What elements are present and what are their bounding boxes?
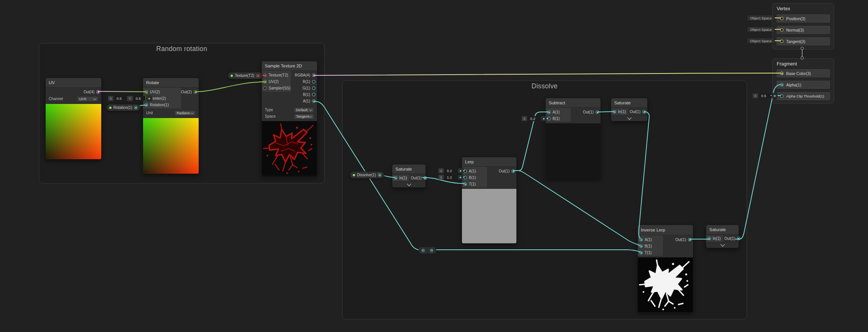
port-g[interactable] bbox=[312, 86, 315, 90]
port-b[interactable] bbox=[312, 93, 315, 96]
port-label: Base Color(3) bbox=[786, 71, 811, 76]
fragment-context[interactable]: Fragment Base Color(3) Alpha(1) Alpha Cl… bbox=[772, 58, 834, 104]
node-sample-texture-2d[interactable]: Sample Texture 2D Texture(T2) RGBA(4) UV… bbox=[261, 61, 317, 176]
subtract-b-connector[interactable] bbox=[541, 116, 546, 121]
x-label: X bbox=[438, 168, 444, 173]
port-rotation1[interactable] bbox=[145, 103, 148, 107]
port-b[interactable] bbox=[463, 176, 467, 179]
objectspace-chip-position[interactable]: Object Space bbox=[747, 15, 775, 21]
port-uv2[interactable] bbox=[145, 90, 148, 94]
port-out[interactable] bbox=[737, 237, 741, 240]
red-splat-image bbox=[262, 121, 317, 176]
node-saturate-dissolve[interactable]: Saturate In(1) Out(1) bbox=[392, 164, 426, 188]
node-subtract[interactable]: Subtract A(1) Out(1) B(1) bbox=[545, 98, 601, 179]
group-title: Dissolve bbox=[342, 82, 747, 90]
port-label: Out(4) bbox=[84, 90, 94, 94]
property-port[interactable] bbox=[134, 106, 137, 109]
port-base-color[interactable] bbox=[780, 72, 784, 75]
fragment-row-alphaclip: Alpha Clip Threshold(1) bbox=[777, 92, 830, 100]
lerp-b-connector[interactable] bbox=[457, 174, 463, 180]
channel-value: UV0 bbox=[79, 97, 86, 101]
port-out2[interactable] bbox=[194, 90, 197, 94]
node-inverse-lerp[interactable]: Inverse Lerp A(1) Out(1) B(1) T(1) bbox=[637, 225, 693, 313]
objectspace-chip-tangent[interactable]: Object Space bbox=[747, 38, 775, 44]
collapse-preview-button[interactable] bbox=[706, 242, 739, 248]
x-value[interactable]: 0.5 bbox=[759, 93, 771, 98]
redirect-port-in[interactable] bbox=[422, 249, 425, 252]
node-title: Saturate bbox=[392, 164, 425, 174]
property-label: Rotation(1) bbox=[113, 105, 132, 110]
port-a[interactable] bbox=[312, 99, 315, 103]
node-saturate-top[interactable]: Saturate In(1) Out(1) bbox=[611, 98, 648, 121]
port-a[interactable] bbox=[639, 238, 643, 241]
chip-label: Object Space bbox=[750, 27, 772, 32]
port-label: Position(3) bbox=[786, 16, 805, 21]
port-alpha[interactable] bbox=[780, 83, 784, 86]
channel-label: Channel bbox=[49, 97, 63, 101]
port-label: Normal(3) bbox=[786, 28, 804, 32]
port-out[interactable] bbox=[511, 169, 515, 173]
port-t[interactable] bbox=[639, 251, 643, 254]
redirect-node[interactable] bbox=[419, 247, 436, 254]
port-in[interactable] bbox=[707, 237, 711, 240]
alpha-clip-connector[interactable] bbox=[772, 93, 777, 99]
port-in[interactable] bbox=[394, 176, 397, 180]
unit-dropdown[interactable]: Radians bbox=[174, 110, 196, 116]
space-dropdown[interactable]: Tangent bbox=[294, 114, 314, 119]
port-normal[interactable] bbox=[780, 28, 784, 32]
port-texture-in[interactable] bbox=[263, 73, 267, 77]
vertex-row-tangent: Tangent(3) bbox=[777, 37, 830, 45]
property-texture[interactable]: Texture(T2) bbox=[228, 72, 263, 79]
property-port[interactable] bbox=[378, 173, 381, 177]
port-tangent[interactable] bbox=[780, 40, 784, 43]
port-label: Texture(T2) bbox=[269, 73, 288, 77]
x-value[interactable]: 0.5 bbox=[115, 96, 126, 101]
property-port[interactable] bbox=[256, 74, 260, 77]
type-dropdown[interactable]: Default bbox=[294, 107, 314, 113]
property-rotation[interactable]: Rotation(1) bbox=[106, 104, 140, 111]
wire-rgba-to-basecolor[interactable] bbox=[314, 73, 781, 75]
node-uv[interactable]: UV Out(4) Channel UV0 bbox=[45, 78, 102, 160]
port-uv-in[interactable] bbox=[263, 80, 267, 83]
port-out4[interactable] bbox=[96, 90, 100, 94]
port-b[interactable] bbox=[639, 244, 643, 248]
lerp-a-connector[interactable] bbox=[457, 168, 463, 174]
collapse-preview-button[interactable] bbox=[392, 181, 425, 187]
y-value[interactable]: 0.5 bbox=[134, 96, 145, 101]
center-connector[interactable] bbox=[147, 96, 152, 101]
redirect-port-out[interactable] bbox=[430, 249, 433, 252]
port-out[interactable] bbox=[688, 238, 691, 241]
port-out[interactable] bbox=[642, 110, 646, 113]
port-alpha-clip[interactable] bbox=[780, 94, 784, 98]
property-dissolve[interactable]: Dissolve(1) bbox=[350, 171, 384, 179]
port-b[interactable] bbox=[547, 117, 551, 120]
port-out[interactable] bbox=[596, 110, 599, 114]
port-out[interactable] bbox=[424, 176, 427, 180]
port-label: Out(1) bbox=[411, 176, 422, 180]
port-rgba[interactable] bbox=[312, 73, 315, 77]
port-r[interactable] bbox=[312, 80, 315, 83]
port-a[interactable] bbox=[463, 169, 467, 173]
shader-graph-canvas[interactable]: Random rotation Dissolve bbox=[0, 0, 868, 332]
chevron-down-icon bbox=[627, 115, 631, 120]
x-value[interactable]: 0.2 bbox=[528, 116, 540, 121]
x-value[interactable]: 0.2 bbox=[445, 168, 456, 173]
port-in[interactable] bbox=[613, 110, 616, 113]
port-position[interactable] bbox=[780, 17, 784, 20]
chevron-down-icon bbox=[191, 111, 194, 114]
fragment-row-alpha: Alpha(1) bbox=[777, 81, 830, 89]
node-rotate[interactable]: Rotate UV(2) Out(2) Center(2) Rotation(1… bbox=[143, 78, 199, 174]
node-saturate-alpha[interactable]: Saturate In(1) Out(1) bbox=[706, 225, 739, 248]
node-lerp[interactable]: Lerp A(1) Out(1) B(1) T(1) bbox=[462, 157, 517, 244]
port-label: Out(1) bbox=[583, 110, 594, 114]
port-t[interactable] bbox=[463, 182, 467, 186]
x-value[interactable]: 1.2 bbox=[445, 175, 456, 180]
collapse-preview-button[interactable] bbox=[611, 115, 647, 121]
property-dot-icon bbox=[231, 75, 233, 77]
port-sampler-in[interactable] bbox=[263, 86, 267, 90]
channel-dropdown[interactable]: UV0 bbox=[77, 96, 98, 102]
objectspace-chip-normal[interactable]: Object Space bbox=[747, 26, 775, 32]
port-a[interactable] bbox=[547, 110, 551, 114]
context-title: Fragment bbox=[772, 59, 834, 67]
vertex-context[interactable]: Vertex Position(3) Normal(3) Tangent(3) bbox=[772, 3, 834, 49]
